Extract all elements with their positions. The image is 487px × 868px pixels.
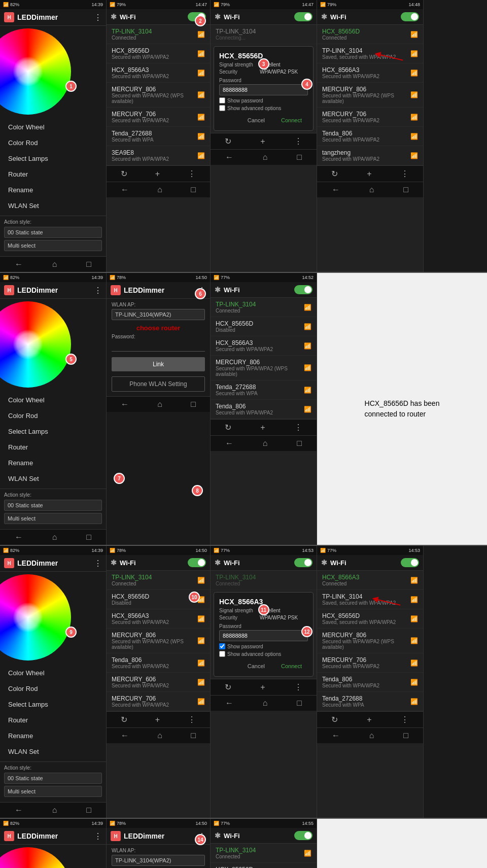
password-input[interactable]	[112, 341, 205, 352]
wifi-toggle[interactable]	[294, 12, 312, 21]
add-icon[interactable]: +	[367, 715, 371, 724]
wifi-toggle[interactable]	[294, 558, 312, 567]
back-icon[interactable]: ←	[121, 400, 129, 409]
home-icon[interactable]: ⌂	[263, 699, 268, 708]
multi-dropdown[interactable]: Multi select	[4, 786, 102, 797]
menu-color-wheel[interactable]: Color Wheel	[0, 665, 106, 681]
menu-rename[interactable]: Rename	[0, 455, 106, 471]
menu-color-rod[interactable]: Color Rod	[0, 681, 106, 697]
back-icon[interactable]: ←	[225, 699, 233, 708]
show-advanced-checkbox[interactable]	[219, 105, 225, 111]
wifi-item-tenda806[interactable]: Tenda_806 Secured with WPA/WPA2 📶	[211, 400, 317, 419]
recent-icon[interactable]: □	[297, 699, 302, 708]
back-icon[interactable]: ←	[332, 185, 340, 194]
wifi-toggle[interactable]	[401, 558, 419, 567]
add-icon[interactable]: +	[260, 683, 265, 692]
home-icon[interactable]: ⌂	[157, 400, 162, 409]
wifi-item-tp-link-connected2[interactable]: TP-LINK_3104 Connected 📶	[211, 844, 317, 863]
refresh-icon[interactable]: ↻	[225, 682, 231, 692]
back-icon[interactable]: ←	[225, 439, 233, 448]
menu-wlan-set[interactable]: WLAN Set	[0, 744, 106, 759]
menu-router[interactable]: Router	[0, 439, 106, 455]
menu-color-wheel[interactable]: Color Wheel	[0, 119, 106, 135]
password-input-2[interactable]	[219, 630, 308, 641]
home-icon[interactable]: ⌂	[157, 185, 162, 194]
menu-color-rod[interactable]: Color Rod	[0, 408, 106, 424]
add-icon[interactable]: +	[367, 169, 371, 179]
more-icon[interactable]: ⋮	[401, 715, 409, 724]
refresh-icon[interactable]: ↻	[225, 136, 231, 146]
wifi-item-hcx8566a3[interactable]: HCX_8566A3 Secured with WPA/WPA2 📶	[211, 336, 317, 356]
menu-button[interactable]: ⋮	[94, 559, 102, 568]
wifi-item-hcx85656d-connected[interactable]: HCX_85656D Connected 📶	[317, 25, 423, 44]
wifi-item-mercury806[interactable]: MERCURY_806 Secured with WPA/WPA2 (WPS a…	[211, 356, 317, 380]
back-icon[interactable]: ←	[15, 260, 23, 269]
wifi-toggle[interactable]	[294, 831, 312, 840]
color-wheel[interactable]	[0, 847, 71, 868]
refresh-icon[interactable]: ↻	[225, 423, 231, 432]
more-icon[interactable]: ⋮	[294, 423, 302, 432]
color-wheel[interactable]	[0, 301, 71, 388]
home-icon[interactable]: ⌂	[369, 185, 374, 194]
menu-wlan-set[interactable]: WLAN Set	[0, 198, 106, 214]
home-icon[interactable]: ⌂	[263, 439, 268, 448]
color-wheel[interactable]	[0, 28, 71, 115]
home-icon[interactable]: ⌂	[263, 153, 268, 162]
add-icon[interactable]: +	[155, 715, 160, 724]
more-icon[interactable]: ⋮	[294, 682, 302, 692]
home-icon[interactable]: ⌂	[157, 731, 162, 740]
color-wheel[interactable]	[0, 574, 71, 661]
add-icon[interactable]: +	[260, 423, 265, 432]
wifi-toggle[interactable]	[188, 558, 206, 567]
action-dropdown[interactable]: 00 Static state	[4, 227, 102, 238]
action-dropdown[interactable]: 00 Static state	[4, 500, 102, 511]
refresh-icon[interactable]: ↻	[121, 715, 127, 724]
recent-icon[interactable]: □	[297, 439, 302, 448]
wifi-item-tp-link[interactable]: TP-LINK_3104 Connected 📶	[107, 25, 210, 44]
wlan-ap-dropdown[interactable]: TP-LINK_3104(WPA2)	[112, 309, 205, 320]
more-icon[interactable]: ⋮	[401, 169, 409, 179]
wifi-item-hcx85656d-disabled2[interactable]: HCX_85656D Disabled 📶	[211, 863, 317, 868]
menu-button[interactable]: ⋮	[94, 831, 102, 841]
wifi-item-tenda[interactable]: Tenda_272688 Secured with WPA 📶	[107, 127, 210, 146]
home-icon[interactable]: ⌂	[52, 806, 57, 815]
home-icon[interactable]: ⌂	[52, 260, 57, 269]
back-icon[interactable]: ←	[15, 533, 23, 542]
menu-select-lamps[interactable]: Select Lamps	[0, 697, 106, 712]
multi-dropdown[interactable]: Multi select	[4, 513, 102, 524]
phone-wlan-button[interactable]: Phone WLAN Setting	[112, 376, 205, 392]
wifi-item-mercury806[interactable]: MERCURY_806 Secured with WPA/WPA2 (WPS a…	[317, 629, 423, 653]
back-icon[interactable]: ←	[121, 185, 129, 194]
wifi-item-tenda806[interactable]: Tenda_806 Secured with WPA/WPA2 📶	[107, 653, 210, 673]
wifi-item-mercury706[interactable]: MERCURY_706 Secured with WPA/WPA2 📶	[107, 692, 210, 711]
add-icon[interactable]: +	[155, 169, 160, 179]
cancel-button-2[interactable]: Cancel	[241, 661, 271, 671]
show-advanced-checkbox-2[interactable]	[219, 651, 225, 657]
home-icon[interactable]: ⌂	[52, 533, 57, 542]
menu-button[interactable]: ⋮	[94, 13, 102, 22]
cancel-button[interactable]: Cancel	[241, 115, 271, 125]
recent-icon[interactable]: □	[86, 260, 91, 269]
show-password-checkbox-2[interactable]	[219, 643, 225, 649]
home-icon[interactable]: ⌂	[369, 731, 374, 740]
wifi-item-tenda272688[interactable]: Tenda_272688 Secured with WPA 📶	[211, 380, 317, 400]
menu-select-lamps[interactable]: Select Lamps	[0, 424, 106, 439]
wifi-item-mercury706[interactable]: MERCURY_706 Secured with WPA/WPA2 📶	[107, 108, 210, 127]
menu-select-lamps[interactable]: Select Lamps	[0, 151, 106, 166]
wifi-item-tp-link-connected[interactable]: TP-LINK_3104 Connected 📶	[211, 298, 317, 317]
recent-icon[interactable]: □	[403, 731, 408, 740]
refresh-icon[interactable]: ↻	[121, 169, 127, 179]
wifi-item-hcx85656d[interactable]: HCX_85656D Saved, secured with WPA/WPA2 …	[317, 609, 423, 629]
wifi-toggle[interactable]	[401, 12, 419, 21]
show-password-checkbox[interactable]	[219, 97, 225, 103]
menu-router[interactable]: Router	[0, 712, 106, 728]
wlan-ap-dropdown-2[interactable]: TP-LINK_3104(WPA2)	[112, 855, 205, 866]
wifi-item-hcx8566a3[interactable]: HCX_8566A3 Secured with WPA/WPA2 📶	[107, 63, 210, 83]
menu-color-wheel[interactable]: Color Wheel	[0, 392, 106, 408]
recent-icon[interactable]: □	[191, 185, 196, 194]
wifi-item-hcx85656d-disabled[interactable]: HCX_85656D Disabled 📶	[211, 317, 317, 336]
back-icon[interactable]: ←	[225, 153, 233, 162]
action-dropdown[interactable]: 00 Static state	[4, 773, 102, 784]
more-icon[interactable]: ⋮	[188, 715, 196, 724]
wifi-item-tangzheng[interactable]: tangzheng Secured with WPA/WPA2 📶	[317, 146, 423, 165]
